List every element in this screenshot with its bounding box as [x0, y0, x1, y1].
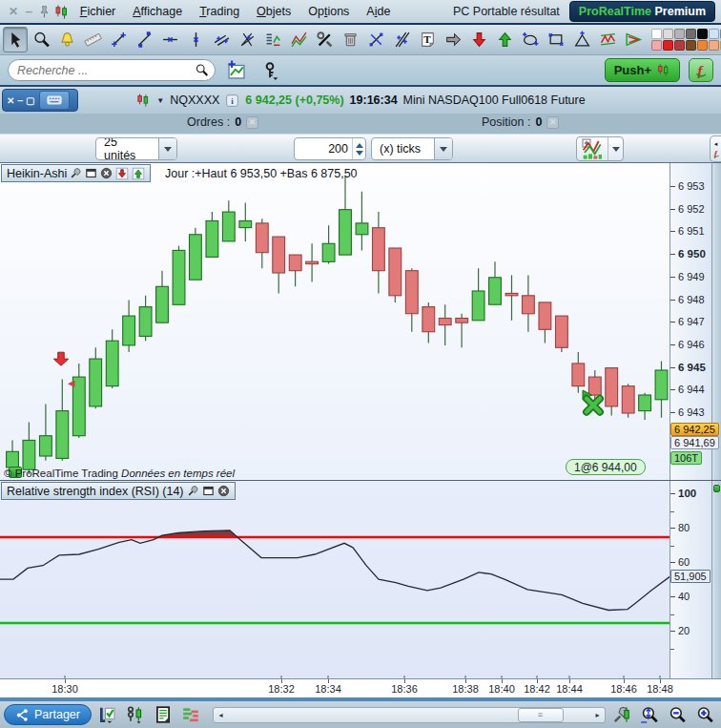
share-button[interactable]: Partager [4, 704, 92, 725]
price-axis[interactable]: 6 9536 9526 9516 9506 9496 9486 9476 946… [670, 163, 711, 480]
buy-arrow-icon[interactable] [132, 167, 145, 180]
color-swatch[interactable] [663, 29, 673, 39]
panel-check-button[interactable] [95, 702, 120, 727]
scroll-left-button[interactable]: ◂ [214, 708, 228, 722]
units-select[interactable]: 25 unités [95, 137, 177, 160]
tool-arrow-down[interactable] [466, 27, 491, 52]
chart-type-dropdown-icon[interactable] [608, 137, 623, 160]
color-swatch[interactable] [651, 29, 662, 39]
color-swatch[interactable] [686, 29, 696, 39]
rsi-close-circle-icon[interactable] [217, 485, 230, 497]
menu-trading[interactable]: Trading [191, 3, 248, 20]
search-box[interactable] [8, 59, 216, 81]
color-swatch[interactable] [651, 40, 662, 51]
tool-fan-lines[interactable] [235, 27, 259, 52]
color-swatch[interactable] [697, 29, 708, 39]
sell-arrow-icon[interactable] [115, 167, 129, 180]
orders-clear-button[interactable]: ✕ [246, 116, 258, 129]
interval-unit-select[interactable]: (x) ticks [371, 137, 453, 160]
tool-crossed-lines[interactable] [389, 27, 414, 52]
tool-tools[interactable] [312, 27, 337, 52]
tool-text-tool[interactable]: T [415, 27, 440, 52]
menu-affichage[interactable]: Affichage [124, 3, 191, 20]
tool-cross-tool[interactable] [363, 27, 388, 52]
key-candle-button[interactable] [123, 702, 148, 727]
rsi-chart-canvas[interactable] [0, 481, 670, 679]
color-swatch[interactable] [697, 40, 708, 51]
order-book-button[interactable] [178, 702, 203, 727]
pin-icon[interactable] [37, 5, 52, 19]
interval-stepper[interactable] [352, 138, 365, 159]
tool-arrow-right[interactable] [441, 27, 465, 52]
main-chart-canvas[interactable] [0, 163, 670, 480]
wrench-icon[interactable] [70, 167, 82, 179]
scroll-right-button[interactable]: ▸ [590, 708, 605, 722]
wrench-candle-button[interactable] [609, 702, 634, 727]
units-dropdown-icon[interactable] [158, 138, 176, 159]
rsi-wrench-icon[interactable] [187, 485, 199, 497]
menu-objets[interactable]: Objets [248, 3, 299, 20]
minimize-icon[interactable]: ‒ [23, 5, 35, 18]
tool-rect-tool[interactable] [544, 27, 568, 52]
tool-bell[interactable] [54, 27, 79, 52]
tool-zigzag-analysis[interactable] [286, 27, 311, 52]
zoom-fit-button[interactable] [637, 702, 662, 727]
tool-ellipse-tool[interactable] [518, 27, 543, 52]
main-panel-tab[interactable]: Heikin-Ashi [1, 164, 151, 182]
color-swatch[interactable] [674, 40, 685, 51]
key-user-icon[interactable] [258, 58, 282, 83]
tool-hline[interactable] [157, 27, 182, 52]
panel-close-icon[interactable]: ✕ [7, 95, 14, 106]
tool-triangle-pattern[interactable] [621, 27, 646, 52]
keyboard-button[interactable] [39, 91, 70, 110]
color-swatch[interactable] [686, 40, 696, 51]
rsi-axis[interactable]: 1008060402051,905 [670, 481, 711, 679]
color-swatch[interactable] [709, 29, 719, 39]
position-clear-button[interactable]: ✕ [546, 116, 559, 129]
tool-trendline[interactable] [132, 27, 156, 52]
scroll-thumb[interactable]: ≡ [518, 708, 564, 722]
rsi-window-icon[interactable] [202, 485, 215, 497]
close-icon[interactable]: ✕ [6, 5, 21, 18]
tool-magnifier[interactable] [29, 27, 53, 52]
rsi-panel-tab[interactable]: Relative strength index (RSI) (14) [1, 482, 236, 500]
tool-parallel-lines[interactable] [209, 27, 234, 52]
tool-quote-levels[interactable] [260, 27, 285, 52]
search-input[interactable] [17, 64, 195, 77]
instrument-dropdown-icon[interactable]: ▼ [156, 96, 164, 105]
tool-trash[interactable] [338, 27, 362, 52]
tool-segment[interactable] [106, 27, 131, 52]
interval-unit-dropdown-icon[interactable] [434, 138, 452, 159]
tool-ruler[interactable] [80, 27, 105, 52]
interval-value[interactable]: 200 [295, 142, 352, 156]
chart-type-button[interactable] [576, 136, 624, 161]
add-chart-icon[interactable] [224, 58, 249, 83]
doc-list-button[interactable] [151, 702, 175, 727]
side-panel-toggle[interactable]: ◂f [710, 135, 721, 162]
info-icon[interactable]: i [225, 94, 239, 108]
panel-minimize-icon[interactable]: ‒ [17, 95, 23, 106]
panel-maximize-icon[interactable]: ▢ [26, 95, 34, 106]
tool-vline[interactable] [183, 27, 208, 52]
window-icon[interactable] [85, 167, 97, 179]
push-button[interactable]: Push+ [605, 58, 680, 82]
close-circle-icon[interactable] [100, 167, 113, 179]
tool-triangle-tool[interactable] [569, 27, 594, 52]
tool-arrow-up[interactable] [492, 27, 517, 52]
time-axis[interactable]: 18:3018:3218:3418:3618:3818:4018:4218:44… [0, 678, 721, 697]
symbol-label[interactable]: NQXXXX [170, 94, 219, 107]
menu-aide[interactable]: Aide [358, 3, 399, 20]
color-swatch[interactable] [663, 40, 673, 51]
menu-fichier[interactable]: Fichier [72, 3, 125, 20]
zoom-in-button[interactable] [692, 702, 717, 727]
color-swatch[interactable] [674, 29, 685, 39]
tool-zigzag-pattern[interactable] [595, 27, 620, 52]
tool-pointer[interactable] [3, 27, 28, 52]
scroll-track[interactable]: ≡ [228, 708, 590, 722]
interval-spinner[interactable]: 200 [294, 137, 366, 160]
function-button[interactable]: f [689, 58, 713, 82]
color-swatch[interactable] [709, 40, 719, 51]
zoom-out-button[interactable] [665, 702, 690, 727]
chart-hscrollbar[interactable]: ◂ ≡ ▸ [213, 707, 606, 723]
menu-options[interactable]: Options [299, 3, 358, 20]
